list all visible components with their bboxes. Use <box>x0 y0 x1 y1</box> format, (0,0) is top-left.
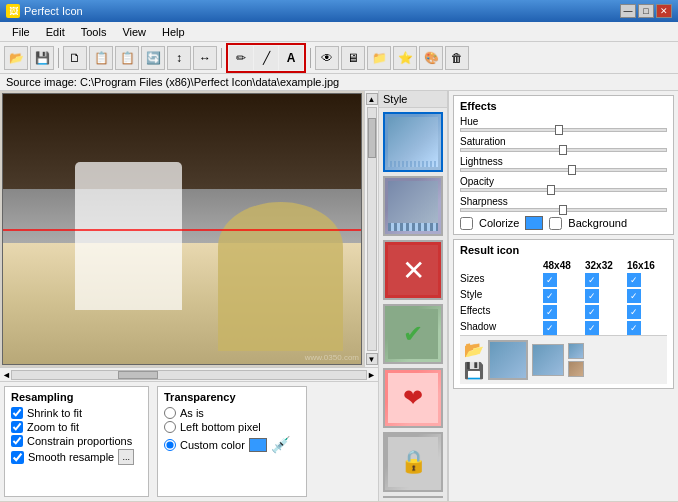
lightness-track[interactable] <box>460 168 667 172</box>
custom-color-swatch[interactable] <box>249 438 267 452</box>
style-16-check[interactable]: ✓ <box>627 289 641 303</box>
toolbar-paste[interactable]: 📋 <box>115 46 139 70</box>
sizes-32: ✓ <box>585 273 625 287</box>
scroll-track-h[interactable] <box>11 370 367 380</box>
sizes-32-check[interactable]: ✓ <box>585 273 599 287</box>
scroll-up-btn[interactable]: ▲ <box>366 93 378 105</box>
toolbar-pencil[interactable]: ✏ <box>229 46 253 70</box>
strip-open-icon[interactable]: 📂 <box>464 340 484 359</box>
effects-16-check[interactable]: ✓ <box>627 305 641 319</box>
shadow-32-check[interactable]: ✓ <box>585 321 599 335</box>
icon-preview-32[interactable] <box>532 344 564 376</box>
transparency-row-0: As is <box>164 407 300 419</box>
shadow-16: ✓ <box>627 321 667 335</box>
toolbar-folder[interactable]: 📁 <box>367 46 391 70</box>
opacity-track[interactable] <box>460 188 667 192</box>
saturation-track[interactable] <box>460 148 667 152</box>
toolbar-rotate[interactable]: 🔄 <box>141 46 165 70</box>
image-canvas[interactable]: www.0350.com <box>2 93 362 365</box>
left-bottom-radio[interactable] <box>164 421 176 433</box>
hue-track[interactable] <box>460 128 667 132</box>
shadow-48-check[interactable]: ✓ <box>543 321 557 335</box>
sharpness-track[interactable] <box>460 208 667 212</box>
effects-32: ✓ <box>585 305 625 319</box>
constrain-checkbox[interactable] <box>11 435 23 447</box>
style-item-check[interactable]: ✔ <box>383 304 443 364</box>
shrink-checkbox[interactable] <box>11 407 23 419</box>
style-item-wavy[interactable] <box>383 176 443 236</box>
smooth-checkbox[interactable] <box>11 451 24 464</box>
close-button[interactable]: ✕ <box>656 4 672 18</box>
toolbar-view[interactable]: 👁 <box>315 46 339 70</box>
toolbar-eraser[interactable]: 🗑 <box>445 46 469 70</box>
effects-32-check[interactable]: ✓ <box>585 305 599 319</box>
menu-file[interactable]: File <box>4 24 38 40</box>
style-item-cross[interactable]: ✕ <box>383 240 443 300</box>
toolbar-line[interactable]: ╱ <box>254 46 278 70</box>
minimize-button[interactable]: — <box>620 4 636 18</box>
lightness-thumb[interactable] <box>568 165 576 175</box>
scroll-down-btn[interactable]: ▼ <box>366 353 378 365</box>
toolbar-copy[interactable]: 📋 <box>89 46 113 70</box>
result-grid: 48x48 32x32 16x16 Sizes ✓ ✓ ✓ Style ✓ ✓ … <box>460 260 667 335</box>
colorize-color-swatch[interactable] <box>525 216 543 230</box>
scroll-left-btn[interactable]: ◄ <box>2 370 11 380</box>
style-48: ✓ <box>543 289 583 303</box>
icon-preview-48[interactable] <box>488 340 528 380</box>
style-item-lock[interactable]: 🔒 <box>383 432 443 492</box>
saturation-thumb[interactable] <box>559 145 567 155</box>
custom-color-radio[interactable] <box>164 439 176 451</box>
colorize-checkbox[interactable] <box>460 217 473 230</box>
icon-preview-16[interactable] <box>568 343 584 359</box>
source-label: Source image: C:\Program Files (x86)\Per… <box>0 74 678 91</box>
sizes-16-check[interactable]: ✓ <box>627 273 641 287</box>
icon-preview-16b[interactable] <box>568 361 584 377</box>
sharpness-thumb[interactable] <box>559 205 567 215</box>
style-item-photo[interactable] <box>383 112 443 172</box>
scroll-track-v[interactable] <box>367 107 377 351</box>
maximize-button[interactable]: □ <box>638 4 654 18</box>
toolbar-flip-v[interactable]: ↕ <box>167 46 191 70</box>
toolbar-paint[interactable]: 🎨 <box>419 46 443 70</box>
toolbar-open[interactable]: 📂 <box>4 46 28 70</box>
toolbar-text[interactable]: A <box>279 46 303 70</box>
style-list: ✕ ✔ ❤ 🔒 🔑 <box>379 108 447 498</box>
scroll-thumb-v[interactable] <box>368 118 376 158</box>
shadow-16-check[interactable]: ✓ <box>627 321 641 335</box>
hue-thumb[interactable] <box>555 125 563 135</box>
sizes-48-check[interactable]: ✓ <box>543 273 557 287</box>
eyedropper-icon[interactable]: 💉 <box>271 435 291 454</box>
toolbar-flip-h[interactable]: ↔ <box>193 46 217 70</box>
style-48-check[interactable]: ✓ <box>543 289 557 303</box>
menu-edit[interactable]: Edit <box>38 24 73 40</box>
toolbar: 📂 💾 🗋 📋 📋 🔄 ↕ ↔ ✏ ╱ A 👁 🖥 📁 ⭐ 🎨 🗑 <box>0 42 678 74</box>
scroll-right-btn[interactable]: ► <box>367 370 376 380</box>
menu-view[interactable]: View <box>114 24 154 40</box>
vertical-scrollbar[interactable]: ▲ ▼ <box>364 91 378 367</box>
style-item-key[interactable]: 🔑 <box>383 496 443 498</box>
as-is-radio[interactable] <box>164 407 176 419</box>
effects-48: ✓ <box>543 305 583 319</box>
style-item-heart[interactable]: ❤ <box>383 368 443 428</box>
toolbar-new[interactable]: 🗋 <box>63 46 87 70</box>
style-32-check[interactable]: ✓ <box>585 289 599 303</box>
menu-help[interactable]: Help <box>154 24 193 40</box>
scroll-thumb-h[interactable] <box>118 371 158 379</box>
toolbar-save[interactable]: 💾 <box>30 46 54 70</box>
horizontal-scrollbar[interactable]: ◄ ► <box>0 367 378 381</box>
smooth-options-btn[interactable]: ... <box>118 449 134 465</box>
transparency-row-1: Left bottom pixel <box>164 421 300 433</box>
zoom-checkbox[interactable] <box>11 421 23 433</box>
strip-save-icon[interactable]: 💾 <box>464 361 484 380</box>
style-label-row: Style <box>460 289 541 303</box>
title-bar: 🖼 Perfect Icon — □ ✕ <box>0 0 678 22</box>
effects-48-check[interactable]: ✓ <box>543 305 557 319</box>
toolbar-screen[interactable]: 🖥 <box>341 46 365 70</box>
hue-label: Hue <box>460 116 667 127</box>
background-checkbox[interactable] <box>549 217 562 230</box>
opacity-thumb[interactable] <box>547 185 555 195</box>
style-preview-heart: ❤ <box>388 373 438 423</box>
toolbar-star[interactable]: ⭐ <box>393 46 417 70</box>
style-title: Style <box>379 91 447 108</box>
menu-tools[interactable]: Tools <box>73 24 115 40</box>
